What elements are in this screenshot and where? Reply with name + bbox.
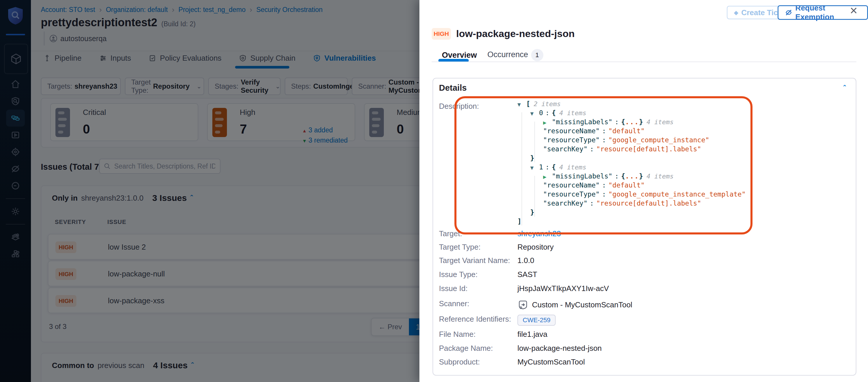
json-line: ▼[2 items (518, 99, 746, 108)
detail-value-text: low-package-nested-json (518, 344, 602, 353)
expand-triangle-icon[interactable]: ▶ (543, 118, 552, 127)
collapse-triangle-icon[interactable]: ▼ (530, 164, 539, 172)
detail-field-label: Target Type: (439, 243, 480, 252)
detail-field-label: Scanner: (439, 299, 469, 308)
json-indent-guide (522, 112, 522, 225)
reference-identifier-chip[interactable]: CWE-259 (518, 315, 556, 326)
detail-field-label: Subproduct: (439, 357, 480, 367)
detail-field-target: Target:shreyansh23 (433, 228, 841, 240)
detail-value-text: 1.0.0 (518, 256, 534, 265)
json-string-value: "google_compute_instance_template" (609, 190, 746, 198)
json-line: "searchKey":"resource[default].labels" (518, 199, 746, 208)
detail-field-value: file1.java (518, 330, 548, 339)
target-link[interactable]: shreyansh23 (518, 229, 561, 238)
detail-field-label: File Name: (439, 330, 476, 339)
occurrence-count-badge: 1 (531, 49, 544, 61)
detail-field-label: Target: (439, 229, 462, 238)
json-items-count: 4 items (556, 109, 587, 117)
detail-field-subproduct: Subproduct:MyCustomScanTool (433, 356, 841, 368)
json-string-value: "resource[default].labels" (596, 199, 701, 207)
severity-badge: HIGH (432, 28, 451, 40)
json-key: "resourceType" (543, 136, 600, 144)
json-punctuation: : (587, 199, 596, 207)
detail-field-value: jHspJaWxTIkpAXY1Iw-acV (518, 284, 609, 293)
detail-field-target-variant-name: Target Variant Name:1.0.0 (433, 255, 841, 266)
drawer-tab-occurrence[interactable]: Occurrence1 (487, 49, 544, 61)
detail-value-text: Repository (518, 243, 554, 252)
detail-field-label: Reference Identifiers: (439, 315, 511, 324)
json-key: "missingLabels" (552, 118, 613, 126)
scanner-name: Custom - MyCustomScanTool (532, 300, 632, 309)
json-punctuation: { (621, 172, 625, 180)
exemption-slash-icon (785, 8, 793, 17)
drawer-tab-label: Occurrence (487, 50, 528, 59)
detail-field-value: 1.0.0 (518, 256, 534, 265)
json-line: ] (518, 217, 746, 226)
detail-field-label: Issue Type: (439, 270, 478, 279)
json-punctuation: ] (518, 218, 522, 225)
details-title: Details (439, 83, 467, 93)
detail-field-value[interactable]: CWE-259 (518, 315, 556, 326)
detail-field-scanner: Scanner:Custom - MyCustomScanTool (433, 298, 841, 310)
json-line: "resourceType":"google_compute_instance" (518, 136, 746, 145)
detail-field-file-name: File Name:file1.java (433, 329, 841, 340)
json-key: "resourceName" (543, 181, 600, 189)
json-items-count: 2 items (530, 100, 561, 107)
modal-dim-overlay[interactable] (0, 0, 420, 382)
json-punctuation: : (587, 145, 596, 153)
issue-title: low-package-nested-json (456, 28, 575, 39)
json-punctuation: } (530, 209, 534, 216)
expand-triangle-icon[interactable]: ▶ (543, 172, 552, 182)
json-punctuation: } (639, 172, 643, 180)
json-string-value: "default" (609, 127, 645, 135)
json-punctuation: } (639, 118, 643, 126)
detail-value-text: file1.java (518, 330, 548, 339)
detail-field-label: Target Variant Name: (439, 256, 510, 265)
json-line: "searchKey":"resource[default].labels" (518, 145, 746, 154)
json-punctuation: { (552, 109, 556, 117)
detail-field-issue-id: Issue Id:jHspJaWxTIkpAXY1Iw-acV (433, 283, 841, 294)
close-icon[interactable]: × (850, 4, 858, 17)
detail-field-value: low-package-nested-json (518, 344, 602, 353)
json-indent-guide (534, 122, 535, 162)
json-punctuation: : (600, 190, 609, 198)
json-line: "resourceName":"default" (518, 181, 746, 190)
json-line: ▼0:{4 items (518, 108, 746, 118)
json-key: "missingLabels" (552, 172, 613, 180)
json-punctuation: } (530, 154, 534, 162)
json-punctuation: ... (625, 118, 639, 126)
json-items-count: 4 items (643, 118, 674, 126)
detail-field-label: Issue Id: (439, 284, 468, 293)
drawer-tab-label: Overview (442, 51, 477, 60)
json-punctuation: [ (526, 100, 530, 107)
detail-field-value: Custom - MyCustomScanTool (518, 299, 632, 310)
json-punctuation: ... (625, 172, 639, 180)
detail-field-value: MyCustomScanTool (518, 357, 585, 367)
details-card: Details ˆ Description: ▼[2 items▼0:{4 it… (433, 78, 856, 376)
description-label: Description: (439, 102, 479, 111)
detail-field-label: Package Name: (439, 344, 493, 353)
detail-field-value[interactable]: shreyansh23 (518, 229, 561, 238)
json-line: ▶"missingLabels":{...}4 items (518, 118, 746, 127)
json-string-value: "google_compute_instance" (609, 136, 709, 144)
json-items-count: 4 items (556, 164, 587, 171)
ticket-diamond-icon: ◆ (734, 9, 738, 16)
json-key: "resourceName" (543, 127, 600, 135)
chevron-up-icon[interactable]: ˆ (843, 84, 846, 93)
json-line: ▼1:{4 items (518, 163, 746, 172)
json-punctuation: : (600, 127, 609, 135)
json-line: "resourceType":"google_compute_instance_… (518, 190, 746, 199)
json-items-count: 4 items (643, 172, 674, 180)
json-punctuation: : (600, 181, 609, 189)
detail-field-value: SAST (518, 270, 537, 279)
detail-value-text: jHspJaWxTIkpAXY1Iw-acV (518, 284, 609, 293)
json-indent-guide (534, 176, 535, 217)
detail-field-issue-type: Issue Type:SAST (433, 269, 841, 281)
drawer-tab-overview[interactable]: Overview (442, 51, 477, 60)
collapse-triangle-icon[interactable]: ▼ (530, 109, 539, 118)
json-punctuation: 0 (539, 109, 543, 117)
json-punctuation: : (543, 163, 552, 171)
json-line: } (518, 208, 746, 217)
collapse-triangle-icon[interactable]: ▼ (518, 100, 526, 109)
json-string-value: "resource[default].labels" (596, 145, 701, 153)
